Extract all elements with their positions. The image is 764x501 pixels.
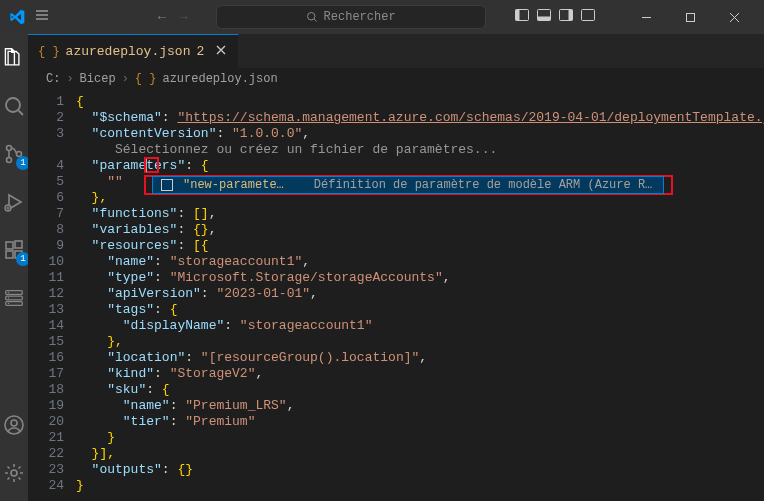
settings-gear-icon[interactable] [0, 459, 28, 487]
run-debug-icon[interactable] [0, 188, 28, 216]
activity-bar: 1 1 [0, 34, 28, 501]
suggestion-description: Définition de paramètre de modèle ARM (A… [314, 177, 655, 193]
snippet-icon [161, 179, 173, 191]
svg-point-21 [8, 292, 9, 293]
svg-point-26 [11, 470, 17, 476]
svg-point-0 [307, 13, 315, 21]
window-maximize-icon[interactable] [668, 0, 712, 34]
window-close-icon[interactable] [712, 0, 756, 34]
nav-forward-icon[interactable]: → [180, 10, 188, 25]
svg-rect-14 [6, 242, 13, 249]
titlebar: ← → Rechercher [0, 0, 764, 34]
intellisense-suggestion[interactable]: "new-paramete… Définition de paramètre d… [152, 176, 664, 194]
svg-rect-2 [516, 10, 520, 21]
breadcrumb-seg[interactable]: C: [46, 72, 60, 86]
layout-panel-icon[interactable] [536, 7, 552, 27]
tab-modified-count: 2 [196, 44, 204, 59]
svg-point-11 [7, 158, 12, 163]
svg-rect-15 [6, 251, 13, 258]
json-file-icon: { } [38, 45, 60, 59]
codelens-hint[interactable]: Sélectionnez ou créez un fichier de para… [115, 142, 497, 157]
svg-point-10 [7, 146, 12, 151]
svg-point-25 [11, 420, 17, 426]
azure-resources-icon[interactable] [0, 284, 28, 312]
search-icon [306, 11, 318, 23]
command-center-search[interactable]: Rechercher [216, 5, 486, 29]
svg-rect-7 [582, 10, 595, 21]
svg-rect-8 [686, 13, 694, 21]
explorer-icon[interactable] [0, 44, 28, 72]
extensions-icon[interactable]: 1 [0, 236, 28, 264]
layout-customize-icon[interactable] [580, 7, 596, 27]
chevron-right-icon: › [122, 72, 129, 86]
editor-tabs: { } azuredeploy.json 2 [28, 34, 764, 68]
layout-sidebar-right-icon[interactable] [558, 7, 574, 27]
svg-rect-17 [15, 241, 22, 248]
json-file-icon: { } [135, 72, 157, 86]
svg-rect-6 [569, 10, 573, 21]
nav-back-icon[interactable]: ← [158, 10, 166, 25]
nav-arrows: ← → [158, 10, 188, 25]
code-editor[interactable]: 1 2 3 4 5 6 7 8 9 10 11 12 13 14 15 16 1… [28, 90, 764, 501]
svg-point-23 [8, 303, 9, 304]
accounts-icon[interactable] [0, 411, 28, 439]
tab-filename: azuredeploy.json [66, 44, 191, 59]
breadcrumb-seg[interactable]: azuredeploy.json [162, 72, 277, 86]
suggestion-label: "new-paramete… [183, 177, 284, 193]
chevron-right-icon: › [66, 72, 73, 86]
svg-point-22 [8, 297, 9, 298]
search-placeholder: Rechercher [324, 10, 396, 24]
close-tab-icon[interactable] [214, 43, 228, 61]
tab-azuredeploy[interactable]: { } azuredeploy.json 2 [28, 34, 239, 68]
window-minimize-icon[interactable] [624, 0, 668, 34]
text-cursor [146, 159, 156, 172]
source-control-icon[interactable]: 1 [0, 140, 28, 168]
search-icon[interactable] [0, 92, 28, 120]
line-number-gutter: 1 2 3 4 5 6 7 8 9 10 11 12 13 14 15 16 1… [28, 90, 76, 501]
svg-point-9 [6, 98, 20, 112]
breadcrumb-seg[interactable]: Bicep [80, 72, 116, 86]
breadcrumb[interactable]: C: › Bicep › { } azuredeploy.json [28, 68, 764, 90]
layout-sidebar-left-icon[interactable] [514, 7, 530, 27]
svg-rect-4 [538, 17, 551, 21]
code-content[interactable]: { "$schema": "https://schema.management.… [76, 90, 764, 501]
hamburger-menu-icon[interactable] [34, 7, 50, 28]
vscode-logo-icon [8, 8, 26, 26]
